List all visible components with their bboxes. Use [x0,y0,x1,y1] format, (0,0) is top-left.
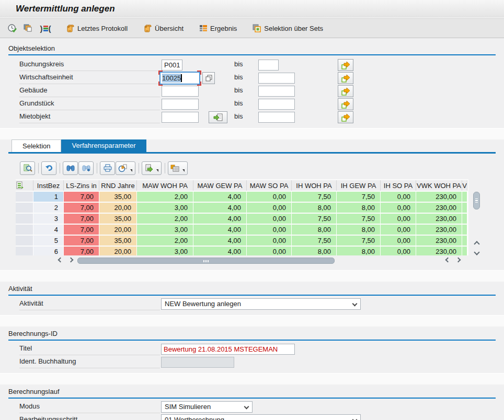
grid-cell[interactable]: 7,00 [64,214,99,224]
grid-vertical-scrollbar[interactable] [473,192,480,255]
grid-column-header[interactable]: MAW GEW PA [193,180,247,191]
grid-cell[interactable]: 8,00 [292,225,337,235]
grid-column-header[interactable]: IH SO PA [381,180,416,191]
vscroll-thumb[interactable] [473,192,480,209]
grid-row-selector[interactable] [16,247,33,255]
grid-row-selector[interactable] [16,203,33,213]
grid-cell[interactable]: 230,00 [416,203,462,213]
grid-row[interactable]: 47,0020,003,004,000,008,008,000,00230,00 [16,225,467,235]
grid-cell[interactable] [462,236,467,246]
grid-cell[interactable]: 8,00 [292,203,337,213]
mietobjekt-multiselect-button[interactable] [338,111,353,123]
overview-button[interactable]: Übersicht [139,22,188,34]
grid-cell[interactable]: 4 [33,225,64,235]
gebaeude-input[interactable] [162,86,199,97]
grid-cell[interactable]: 8,00 [337,225,381,235]
grid-cell[interactable]: 0,00 [381,192,416,202]
grid-cell[interactable] [462,214,467,224]
grid-column-header[interactable]: IH GEW PA [337,180,381,191]
tab-verfahrensparameter[interactable]: Verfahrensparameter [61,139,146,152]
grid-column-header[interactable]: MAW WOH PA [137,180,193,191]
scroll-up-icon[interactable] [474,241,479,247]
scroll-left-icon[interactable] [446,258,450,262]
grid-cell[interactable]: 8,00 [337,203,381,213]
grid-cell[interactable]: 2 [33,203,64,213]
aktivitaet-select[interactable]: NEW Bewertung anlegen [161,298,361,310]
grid-cell[interactable]: 0,00 [381,203,416,213]
grid-row-selector[interactable] [16,192,33,202]
grid-cell[interactable]: 3,00 [137,225,193,235]
grid-cell[interactable]: 20,00 [99,225,137,235]
tab-selektion[interactable]: Selektion [12,139,61,152]
grundstueck-bis-input[interactable] [258,99,295,110]
grid-cell[interactable]: 0,00 [381,225,416,235]
wirtschaftseinheit-f4-button[interactable] [202,72,215,84]
grid-cell[interactable]: 4,00 [193,214,247,224]
grid-cell[interactable]: 7,50 [292,214,337,224]
scroll-down-icon[interactable] [474,249,479,255]
grid-cell[interactable]: 7,00 [64,236,99,246]
grid-cell[interactable]: 0,00 [381,236,416,246]
grid-cell[interactable]: 4,00 [193,236,247,246]
hscroll-thumb[interactable] [77,258,335,264]
last-protocol-button[interactable]: Letztes Protokoll [62,22,132,34]
grid-cell[interactable]: 230,00 [416,192,462,202]
copy-button[interactable] [21,21,35,35]
layout-menu-button[interactable] [168,161,188,175]
print-button[interactable] [100,161,115,175]
grid-cell[interactable] [462,225,467,235]
export-menu-button[interactable] [142,161,162,175]
grid-cell[interactable]: 35,00 [99,214,137,224]
grid-cell[interactable]: 8,00 [292,247,337,255]
grid-cell[interactable]: 6 [33,247,64,255]
mietobjekt-paste-button[interactable] [209,111,227,123]
undo-button[interactable] [41,161,56,175]
grid-cell[interactable] [462,203,467,213]
grid-cell[interactable]: 1 [33,192,64,202]
grid-cell[interactable] [462,247,467,255]
grid-column-header[interactable]: IH WOH PA [292,180,337,191]
chart-menu-button[interactable] [116,161,135,175]
find-button[interactable] [63,161,78,175]
grid-row-selector[interactable] [16,225,33,235]
grid-cell[interactable]: 0,00 [247,236,292,246]
selection-via-sets-button[interactable]: Selektion über Sets [248,22,327,34]
grid-cell[interactable]: 7,00 [64,203,99,213]
grid-cell[interactable]: 0,00 [247,225,292,235]
buchungskreis-multiselect-button[interactable] [338,59,353,71]
execute-button[interactable] [5,21,19,35]
grid-cell[interactable]: 4,00 [193,203,247,213]
wirtschaftseinheit-multiselect-button[interactable] [338,72,353,84]
grid-cell[interactable]: 0,00 [247,247,292,255]
grid-column-header[interactable]: VWK WOH PA [416,180,462,191]
grundstueck-multiselect-button[interactable] [338,98,353,110]
grid-cell[interactable]: 0,00 [247,192,292,202]
grid-cell[interactable] [462,192,467,202]
result-button[interactable]: Ergebnis [195,22,241,34]
grid-row[interactable]: 67,0020,003,004,000,008,008,000,00230,00 [16,247,467,255]
buchungskreis-input[interactable] [162,60,182,71]
grid-row[interactable]: 37,0035,002,004,000,007,507,500,00230,00 [16,214,467,224]
scroll-right-icon[interactable] [456,258,460,262]
grid-cell[interactable]: 230,00 [416,225,462,235]
grid-cell[interactable]: 7,50 [292,192,337,202]
grid-cell[interactable]: 7,00 [64,225,99,235]
grid-cell[interactable]: 230,00 [416,247,462,255]
grid-cell[interactable]: 7,50 [337,192,381,202]
gebaeude-multiselect-button[interactable] [338,85,353,97]
grid-column-header[interactable]: RND Jahre [99,180,137,191]
grid-cell[interactable]: 20,00 [99,247,137,255]
grid-column-header[interactable]: InstBez [33,180,64,191]
mietobjekt-input[interactable] [162,112,199,123]
grid-column-header[interactable]: V [462,180,467,191]
grid-corner-cell[interactable] [16,180,33,191]
grid-row[interactable]: 57,0035,002,004,000,007,507,500,00230,00 [16,236,467,246]
gebaeude-bis-input[interactable] [258,86,295,97]
find-next-button[interactable] [78,161,94,175]
grid-cell[interactable]: 0,00 [381,214,416,224]
grid-column-header[interactable]: LS-Zins in [64,180,99,191]
grid-cell[interactable]: 3,00 [137,203,193,213]
grid-column-header[interactable]: MAW SO PA [247,180,292,191]
grid-cell[interactable]: 2,00 [137,214,193,224]
bearbeitungsschritt-select[interactable]: 01 Wertberechnung [161,414,361,420]
